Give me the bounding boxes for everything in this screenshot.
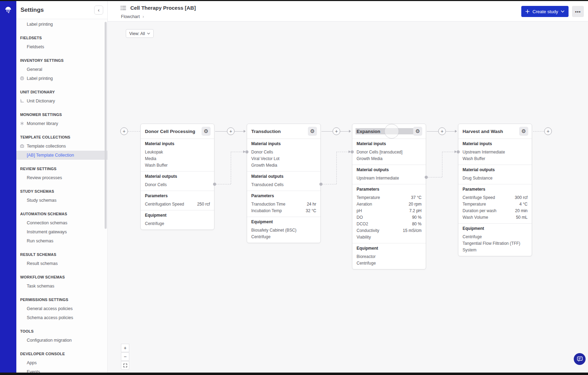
sidebar-item-general[interactable]: General: [16, 65, 107, 74]
sidebar-nav: Label printingFIELDSETSFieldsetsINVENTOR…: [16, 19, 107, 373]
plus-icon: [525, 9, 530, 14]
view-filter-dropdown[interactable]: View: All: [126, 29, 154, 38]
connector-dot: [425, 176, 428, 179]
sidebar-item-apps[interactable]: Apps: [16, 358, 107, 367]
sidebar-item-template-collections[interactable]: Template collections: [16, 142, 107, 151]
help-chat-button[interactable]: [574, 353, 586, 365]
sidebar-item-task-schemas[interactable]: Task schemas: [16, 282, 107, 291]
printer-icon: [20, 76, 25, 81]
node-row-media: Media: [145, 156, 210, 162]
node-body: Material inputsDonor Cells [transduced]G…: [352, 139, 426, 269]
fit-view-button[interactable]: [121, 361, 129, 369]
sidebar-group-permissions-settings: PERMISSIONS SETTINGS: [16, 295, 107, 304]
sidebar-scrollbar[interactable]: [105, 22, 107, 229]
gear-icon[interactable]: ⚙: [413, 127, 422, 136]
sidebar-item-result-schemas[interactable]: Result schemas: [16, 259, 107, 268]
sidebar-item-study-schemas[interactable]: Study schemas: [16, 196, 107, 205]
node-section-equipment: EquipmentCentrifugeTangential Flow Filtr…: [458, 223, 532, 256]
section-label: Material inputs: [145, 141, 210, 147]
monomer-icon: [20, 121, 25, 126]
sidebar-item-unit-dictionary[interactable]: Unit Dictionary: [16, 97, 107, 106]
connector-dot: [245, 150, 248, 153]
sidebar-group-inventory-settings: INVENTORY SETTINGS: [16, 56, 107, 65]
sidebar-item-ab-template-collection[interactable]: [AB] Template Collection: [16, 151, 107, 160]
connector-dot: [457, 150, 460, 153]
process-node-donor-cell-processing[interactable]: Donor Cell Processing⚙Material inputsLeu…: [140, 124, 214, 230]
node-row-centrifuge-speed: Centrifuge Speed300 rcf: [463, 194, 528, 201]
sidebar-item-label-printing[interactable]: Label printing: [16, 20, 107, 29]
sidebar-item-events[interactable]: Events: [16, 367, 107, 373]
node-row-incubation-temp: Incubation Temp32 °C: [251, 208, 316, 214]
process-node-transduction[interactable]: Transduction⚙Material inputsDonor CellsV…: [247, 124, 321, 243]
sidebar-group-monomer-settings: MONOMER SETTINGS: [16, 110, 107, 119]
section-label: Equipment: [145, 213, 210, 218]
connector-line: [128, 131, 140, 132]
connector-dot: [351, 150, 354, 153]
node-row-centrifuge: Centrifuge: [357, 260, 422, 267]
more-options-button[interactable]: •••: [572, 6, 584, 17]
sidebar-collapse-button[interactable]: ‹: [94, 6, 103, 15]
connector-line: [533, 131, 544, 132]
benchling-logo-icon[interactable]: [4, 6, 12, 15]
sidebar-item-schema-access-policies[interactable]: Schema access policies: [16, 313, 107, 322]
zoom-in-button[interactable]: +: [121, 344, 129, 352]
node-row-transduced-cells: Transduced Cells: [251, 182, 316, 188]
brand-rail: [0, 1, 16, 373]
sidebar-group-tools: TOOLS: [16, 327, 107, 336]
sidebar-item-review-processes[interactable]: Review processes: [16, 173, 107, 182]
sidebar-item-fieldsets[interactable]: Fieldsets: [16, 42, 107, 51]
node-row-viral-vector-lot: Viral Vector Lot: [251, 156, 316, 162]
sidebar-item-configuration-migration[interactable]: Configuration migration: [16, 336, 107, 345]
node-row-conductivity: Conductivity15 mS/cm: [357, 227, 422, 234]
connector-line: [336, 152, 337, 184]
gear-icon[interactable]: ⚙: [308, 127, 317, 136]
section-label: Material inputs: [463, 141, 528, 147]
gear-icon[interactable]: ⚙: [519, 127, 528, 136]
section-label: Equipment: [463, 226, 528, 231]
sidebar-item-run-schemas[interactable]: Run schemas: [16, 236, 107, 245]
node-section-parameters: ParametersCentrifugation Speed250 rcf: [141, 191, 214, 210]
node-row-dco2: DCO280 %: [357, 221, 422, 227]
add-step-button[interactable]: +: [438, 127, 446, 135]
section-label: Equipment: [251, 219, 316, 225]
node-section-equipment: EquipmentCentrifuge: [141, 210, 214, 230]
node-row-donor-cells: Donor Cells: [251, 149, 316, 156]
section-label: Parameters: [145, 193, 210, 199]
add-step-button[interactable]: +: [120, 127, 128, 135]
sidebar-item-connection-schemas[interactable]: Connection schemas: [16, 218, 107, 227]
process-node-expansion[interactable]: Expansion⚙Material inputsDonor Cells [tr…: [352, 124, 426, 269]
sidebar-group-fieldsets: FIELDSETS: [16, 33, 107, 42]
chat-bubble-icon: [577, 356, 583, 362]
sidebar-item-monomer-library[interactable]: Monomer library: [16, 119, 107, 128]
breadcrumb-flowchart[interactable]: Flowchart: [121, 14, 140, 19]
node-section-material-outputs: Material outputsUpstream Intermediate: [352, 165, 426, 184]
sidebar-item-general-access-policies[interactable]: General access policies: [16, 304, 107, 313]
node-row-centrifuge: Centrifuge: [463, 234, 528, 240]
node-row-upstream-intermediate: Upstream Intermediate: [463, 149, 528, 156]
sidebar-item-label-printing[interactable]: Label printing: [16, 74, 107, 83]
process-node-harvest-and-wash[interactable]: Harvest and Wash⚙Material inputsUpstream…: [458, 124, 532, 256]
section-label: Equipment: [357, 246, 422, 251]
add-step-button[interactable]: +: [227, 127, 235, 135]
sidebar-group-study-schemas: STUDY SCHEMAS: [16, 187, 107, 196]
node-row-donor-cells-transduced: Donor Cells [transduced]: [357, 149, 422, 156]
letterbox-top: [0, 0, 588, 1]
gear-icon[interactable]: ⚙: [202, 127, 211, 136]
node-row-duration-per-wash: Duration per wash20 min: [463, 208, 528, 214]
node-row-drug-substance: Drug Substance: [463, 175, 528, 182]
connector-line: [446, 131, 455, 132]
node-section-material-inputs: Material inputsDonor CellsViral Vector L…: [247, 139, 320, 171]
sidebar-group-unit-dictionary: UNIT DICTIONARY: [16, 88, 107, 97]
zoom-controls: + −: [121, 344, 129, 369]
zoom-out-button[interactable]: −: [121, 352, 129, 361]
cursor-ripple: [384, 124, 399, 139]
sidebar-group-automation-schemas: AUTOMATION SCHEMAS: [16, 209, 107, 218]
create-study-button[interactable]: Create study: [521, 6, 569, 17]
add-step-button[interactable]: +: [333, 127, 340, 135]
node-title: Donor Cell Processing: [145, 129, 195, 134]
sidebar-title: Settings: [21, 7, 44, 14]
node-section-parameters: ParametersTransduction Time24 hrIncubati…: [247, 191, 320, 217]
add-step-button[interactable]: +: [544, 127, 552, 135]
sidebar-item-instrument-gateways[interactable]: Instrument gateways: [16, 227, 107, 236]
connector-line: [231, 152, 243, 152]
